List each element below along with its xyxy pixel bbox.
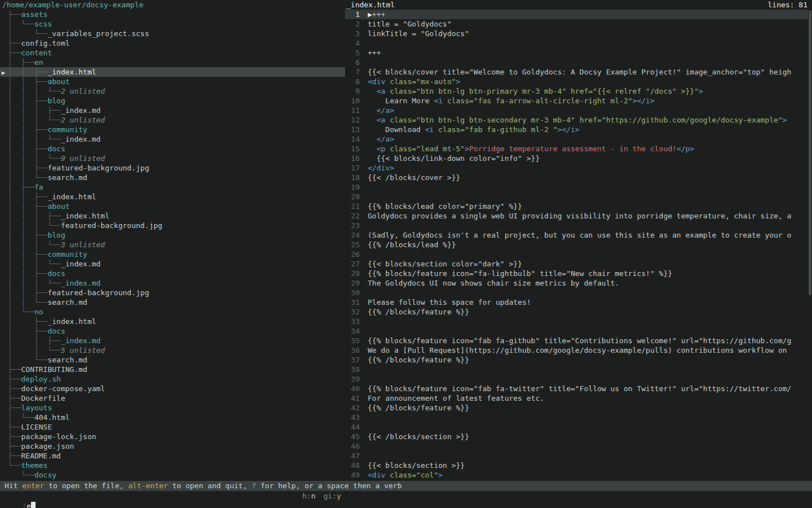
tree-row[interactable]: ├──layouts [0, 403, 345, 413]
tree-branch: │ │ │ └── [8, 135, 61, 143]
code-token [385, 471, 390, 479]
tree-row[interactable]: │ └──_variables_project.scss [0, 29, 345, 38]
root-path: /home/example-user/docsy-example [0, 0, 345, 10]
tree-row[interactable]: │ │ │ ├──_index.md [0, 106, 345, 115]
tree-row[interactable]: │ │ │ └──featured-background.jpg [0, 221, 345, 230]
tree-row[interactable]: ├──assets [0, 10, 345, 19]
line-number: 18 [345, 173, 360, 182]
code-token [368, 87, 377, 95]
line-number: 35 [345, 336, 360, 345]
code-token: For announcement of latest features etc. [368, 394, 544, 402]
tree-row[interactable]: │ │ ├──community [0, 249, 345, 259]
code-token: class="lead mt-5" [390, 144, 465, 153]
preview-scrollbar-thumb[interactable] [809, 10, 811, 295]
line-number: 21 [345, 202, 360, 211]
tree-entry-name: docs [47, 269, 65, 278]
preview-scrollbar[interactable] [808, 10, 812, 480]
tree-branch: └── [8, 471, 34, 479]
line-content: {{< /blocks/cover >}} [368, 173, 460, 182]
line-number: 19 [345, 182, 360, 192]
tree-row[interactable]: │ │ ├──about [0, 202, 345, 211]
code-token: Please follow this space for updates! [368, 298, 531, 306]
tree-row[interactable]: │ │ ├──community [0, 125, 345, 134]
code-token [385, 116, 390, 124]
tree-row[interactable]: │ │ ├──_index.md [0, 336, 345, 345]
tree-row[interactable]: │ │ ├──_index.html [0, 192, 345, 202]
tree-row[interactable]: │ │ ├──blog [0, 230, 345, 240]
tree-branch: ├── [8, 49, 21, 57]
tree-branch: │ │ ├── [8, 164, 47, 172]
line-content: ▶+++ [368, 10, 385, 19]
code-token: {{< /blocks/cover >}} [368, 173, 460, 182]
line-content: </a> [368, 106, 394, 115]
tree-row[interactable]: │ │ │ └──_index.md [0, 134, 345, 144]
code-token: > [699, 87, 703, 95]
tree-row[interactable]: ├──Dockerfile [0, 393, 345, 403]
tree-row[interactable]: └──docsy [0, 470, 345, 480]
tree-row[interactable]: │ │ ├──docs [0, 144, 345, 154]
tree-row[interactable]: │ │ │ ├──_index.html [0, 211, 345, 221]
tree-row[interactable]: │ ├──docs [0, 326, 345, 336]
code-token: {{% blocks/feature icon="fab fa-github" … [368, 336, 791, 345]
tree-row[interactable]: ├──package-lock.json [0, 432, 345, 441]
line-number: 5 [345, 48, 360, 58]
code-line: 17</div> [345, 163, 812, 173]
tree-entry-name: about [47, 202, 69, 211]
tree-row[interactable]: │ │ └──search.md [0, 297, 345, 307]
tree-branch: ├── [8, 365, 21, 374]
line-content: {{< blocks/cover title="Welcome to Goldy… [368, 67, 791, 77]
tree-row[interactable]: │ │ │ └──2 unlisted [0, 86, 345, 96]
tree-row[interactable]: │ │ └──search.md [0, 173, 345, 182]
tree-row[interactable]: ▶│ │ ├──_index.html [0, 67, 345, 77]
tree-row[interactable]: │ └──no [0, 307, 345, 317]
code-line: 8<div class="mx-auto"> [345, 77, 812, 86]
tree-row[interactable]: ├──README.md [0, 451, 345, 461]
tree-row[interactable]: │ └──search.md [0, 355, 345, 365]
tree-row[interactable]: │ │ ├──docs [0, 269, 345, 278]
code-token: {{% /blocks/lead %}} [368, 240, 456, 249]
tree-row[interactable]: ├──package.json [0, 441, 345, 451]
tree-row[interactable]: ├──content [0, 48, 345, 58]
code-line: 44 [345, 422, 812, 432]
tree-row[interactable]: │ ├──en [0, 58, 345, 67]
tree-entry-name: 5 unlisted [61, 346, 105, 354]
tree-row[interactable]: │ │ ├──about [0, 77, 345, 86]
tree-row[interactable]: ├──docker-compose.yaml [0, 384, 345, 393]
tree-branch: │ └── [8, 413, 34, 422]
tree-row[interactable]: │ │ │ └──_index.md [0, 259, 345, 269]
line-content: <div class="mx-auto"> [368, 77, 460, 86]
line-content: Download <i class="fab fa-github ml-2 ">… [368, 125, 580, 134]
tree-row[interactable]: │ └──scss [0, 19, 345, 29]
tree-row[interactable]: ├──config.toml [0, 38, 345, 48]
tree-row[interactable]: └──themes [0, 461, 345, 470]
tree-row[interactable]: │ │ │ └──2 unlisted [0, 115, 345, 125]
tree-branch: │ │ │ └── [8, 154, 61, 163]
code-token: Learn More [368, 97, 434, 105]
code-line: 49<div class="col"> [345, 470, 812, 480]
preview-panel: _index.html lines: 81 1▶+++2title = "Gol… [345, 0, 812, 481]
tree-row[interactable]: │ │ ├──featured-background.jpg [0, 163, 345, 173]
line-number: 11 [345, 106, 360, 115]
tree-row[interactable]: │ ├──_index.html [0, 317, 345, 326]
code-token: </a> [377, 106, 394, 115]
command-input-bar[interactable]: :e h:ngi:y [0, 491, 812, 501]
line-content: Please follow this space for updates! [368, 297, 531, 307]
tree-row[interactable]: │ ├──fa [0, 182, 345, 192]
tree-row[interactable]: │ └──404.html [0, 413, 345, 422]
tree-row[interactable]: │ │ ├──featured-background.jpg [0, 288, 345, 297]
status-key-hint: alt-enter [128, 481, 167, 490]
tree-row[interactable]: │ │ │ └──_index.md [0, 278, 345, 288]
tree-row[interactable]: │ │ ├──blog [0, 96, 345, 106]
tree-branch: ├── [8, 39, 21, 47]
line-number: 45 [345, 432, 360, 441]
tree-row[interactable]: │ │ └──5 unlisted [0, 345, 345, 355]
tree-row[interactable]: ├──deploy.sh [0, 374, 345, 384]
tree-row[interactable]: ├──LICENSE [0, 422, 345, 432]
code-line: 26 [345, 249, 812, 259]
tree-row[interactable]: │ │ │ └──3 unlisted [0, 240, 345, 249]
line-content: title = "Goldydocs" [368, 19, 452, 29]
tree-row[interactable]: │ │ │ └──9 unlisted [0, 154, 345, 163]
code-line: 42{{% /blocks/feature %}} [345, 403, 812, 413]
line-content: {{< /blocks/section >}} [368, 432, 469, 441]
tree-row[interactable]: ├──CONTRIBUTING.md [0, 365, 345, 374]
